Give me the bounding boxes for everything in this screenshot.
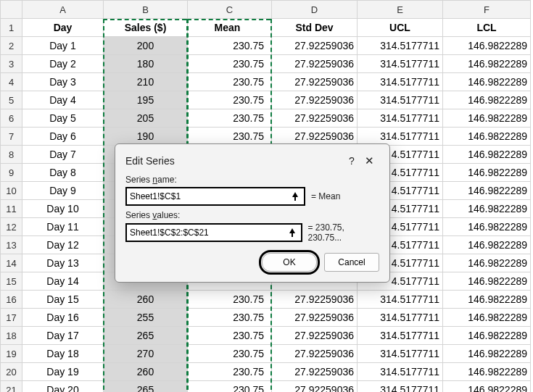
cell[interactable]: 27.92259036 (272, 91, 358, 109)
cell[interactable]: 146.9822289 (443, 182, 531, 200)
cell[interactable]: UCL (358, 19, 443, 37)
cell[interactable]: 146.9822289 (443, 91, 531, 109)
cell[interactable]: 230.75 (188, 381, 272, 393)
cell[interactable]: Mean (188, 19, 272, 37)
cell[interactable]: 146.9822289 (443, 164, 531, 182)
cell[interactable]: Day 6 (22, 128, 104, 146)
cell[interactable]: Sales ($) (104, 19, 188, 37)
cell[interactable]: 190 (104, 128, 188, 146)
help-icon[interactable]: ? (344, 155, 359, 167)
row-header[interactable]: 14 (1, 254, 22, 272)
cell[interactable]: 27.92259036 (272, 327, 358, 345)
cell[interactable]: 314.5177711 (358, 128, 443, 146)
cell[interactable]: 230.75 (188, 91, 272, 109)
cell[interactable]: Day 17 (22, 327, 104, 345)
collapse-dialog-icon[interactable] (289, 191, 301, 202)
cell[interactable]: 230.75 (188, 345, 272, 363)
cell[interactable]: 27.92259036 (272, 309, 358, 327)
cell[interactable]: 260 (104, 363, 188, 381)
cell[interactable]: Day 1 (22, 37, 104, 55)
cell[interactable]: Day 20 (22, 381, 104, 393)
cell[interactable]: Day 2 (22, 55, 104, 73)
cell[interactable]: 146.9822289 (443, 254, 531, 272)
row-header[interactable]: 7 (1, 128, 22, 146)
cell[interactable]: 314.5177711 (358, 73, 443, 91)
cancel-button[interactable]: Cancel (324, 253, 379, 272)
row-header[interactable]: 10 (1, 182, 22, 200)
cell[interactable]: 27.92259036 (272, 128, 358, 146)
col-header-D[interactable]: D (272, 1, 358, 19)
cell[interactable]: 27.92259036 (272, 55, 358, 73)
cell[interactable]: Day (22, 19, 104, 37)
cell[interactable]: Day 9 (22, 182, 104, 200)
cell[interactable]: Day 14 (22, 272, 104, 291)
cell[interactable]: 230.75 (188, 327, 272, 345)
cell[interactable]: 195 (104, 91, 188, 109)
cell[interactable]: 146.9822289 (443, 218, 531, 236)
cell[interactable]: Day 19 (22, 363, 104, 381)
cell[interactable]: 314.5177711 (358, 291, 443, 309)
close-icon[interactable]: ✕ (359, 154, 379, 167)
cell[interactable]: 230.75 (188, 37, 272, 55)
cell[interactable]: 180 (104, 55, 188, 73)
cell[interactable]: 146.9822289 (443, 37, 531, 55)
cell[interactable]: 230.75 (188, 363, 272, 381)
col-header-B[interactable]: B (104, 1, 188, 19)
cell[interactable]: Day 4 (22, 91, 104, 109)
cell[interactable]: 265 (104, 381, 188, 393)
cell[interactable]: Day 13 (22, 254, 104, 272)
row-header[interactable]: 2 (1, 37, 22, 55)
cell[interactable]: 230.75 (188, 55, 272, 73)
cell[interactable]: Day 8 (22, 164, 104, 182)
row-header[interactable]: 17 (1, 309, 22, 327)
cell[interactable]: Day 16 (22, 309, 104, 327)
cell[interactable]: 146.9822289 (443, 200, 531, 218)
ok-button[interactable]: OK (262, 253, 317, 272)
cell[interactable]: 146.9822289 (443, 309, 531, 327)
cell[interactable]: 146.9822289 (443, 146, 531, 164)
cell[interactable]: 314.5177711 (358, 345, 443, 363)
cell[interactable]: 146.9822289 (443, 345, 531, 363)
col-header-F[interactable]: F (443, 1, 531, 19)
cell[interactable]: 146.9822289 (443, 128, 531, 146)
row-header[interactable]: 8 (1, 146, 22, 164)
cell[interactable]: 27.92259036 (272, 37, 358, 55)
cell[interactable]: Day 7 (22, 146, 104, 164)
cell[interactable]: 314.5177711 (358, 91, 443, 109)
cell[interactable]: Std Dev (272, 19, 358, 37)
row-header[interactable]: 1 (1, 19, 22, 37)
cell[interactable]: 230.75 (188, 128, 272, 146)
cell[interactable]: 230.75 (188, 291, 272, 309)
cell[interactable]: 27.92259036 (272, 73, 358, 91)
series-name-input[interactable] (130, 191, 289, 201)
cell[interactable]: 314.5177711 (358, 109, 443, 128)
cell[interactable]: 230.75 (188, 73, 272, 91)
cell[interactable]: Day 18 (22, 345, 104, 363)
cell[interactable]: Day 15 (22, 291, 104, 309)
cell[interactable]: Day 10 (22, 200, 104, 218)
cell[interactable]: 27.92259036 (272, 363, 358, 381)
cell[interactable]: Day 12 (22, 236, 104, 254)
cell[interactable]: 146.9822289 (443, 272, 531, 291)
cell[interactable]: 146.9822289 (443, 236, 531, 254)
cell[interactable]: 230.75 (188, 109, 272, 128)
cell[interactable]: Day 11 (22, 218, 104, 236)
row-header[interactable]: 19 (1, 345, 22, 363)
cell[interactable]: Day 3 (22, 73, 104, 91)
select-all-corner[interactable] (1, 1, 22, 19)
cell[interactable]: 27.92259036 (272, 291, 358, 309)
col-header-A[interactable]: A (22, 1, 104, 19)
cell[interactable]: 205 (104, 109, 188, 128)
row-header[interactable]: 12 (1, 218, 22, 236)
cell[interactable]: 27.92259036 (272, 109, 358, 128)
row-header[interactable]: 4 (1, 73, 22, 91)
cell[interactable]: 314.5177711 (358, 309, 443, 327)
series-values-input[interactable] (130, 228, 286, 238)
row-header[interactable]: 3 (1, 55, 22, 73)
cell[interactable]: LCL (443, 19, 531, 37)
cell[interactable]: 314.5177711 (358, 37, 443, 55)
cell[interactable]: 146.9822289 (443, 109, 531, 128)
collapse-dialog-icon[interactable] (286, 227, 298, 238)
cell[interactable]: 146.9822289 (443, 291, 531, 309)
cell[interactable]: 146.9822289 (443, 381, 531, 393)
